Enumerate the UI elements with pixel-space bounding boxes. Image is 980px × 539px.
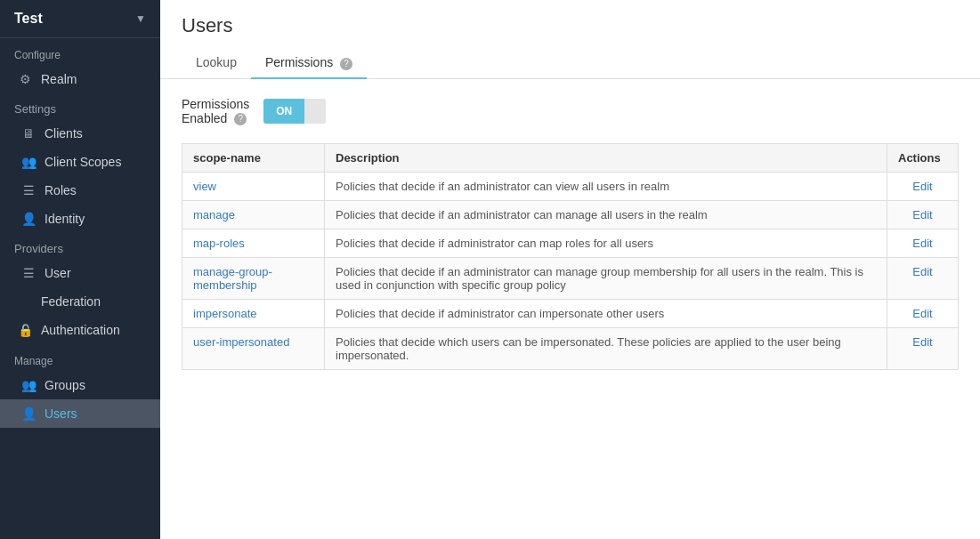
- table-row: managePolicies that decide if an adminis…: [182, 201, 959, 229]
- settings-group-label: Settings: [0, 93, 160, 119]
- main-content: Users Lookup Permissions ? PermissionsEn…: [160, 0, 980, 539]
- action-cell: Edit: [887, 258, 959, 300]
- sidebar-item-label: Realm: [41, 72, 77, 86]
- sidebar-item-label: Identity: [45, 212, 85, 226]
- sidebar-item-label: Clients: [45, 126, 83, 141]
- table-row: viewPolicies that decide if an administr…: [182, 173, 959, 201]
- groups-icon: 👥: [21, 378, 36, 392]
- sidebar-item-label: Roles: [45, 183, 77, 197]
- tab-permissions[interactable]: Permissions ?: [251, 48, 367, 79]
- scope-link[interactable]: impersonate: [193, 307, 257, 320]
- realm-icon: ⚙: [18, 72, 32, 86]
- col-actions: Actions: [887, 144, 959, 173]
- action-cell: Edit: [887, 173, 959, 201]
- col-scope-name: scope-name: [182, 144, 325, 173]
- scope-link[interactable]: manage-group-membership: [193, 265, 272, 292]
- edit-button[interactable]: Edit: [912, 208, 932, 221]
- sidebar-item-label: Users: [45, 406, 77, 421]
- scope-link[interactable]: view: [193, 180, 216, 193]
- sidebar-item-users[interactable]: 👤 Users: [0, 399, 160, 428]
- user-prov-icon: ☰: [21, 266, 36, 280]
- description-cell: Policies that decide if an administrator…: [325, 173, 887, 201]
- tab-lookup[interactable]: Lookup: [182, 48, 251, 79]
- description-cell: Policies that decide if an administrator…: [325, 201, 887, 229]
- table-row: impersonatePolicies that decide if admin…: [182, 300, 959, 328]
- sidebar-item-label: User: [45, 266, 71, 280]
- edit-button[interactable]: Edit: [912, 237, 932, 250]
- description-cell: Policies that decide if an administrator…: [325, 258, 887, 300]
- action-cell: Edit: [887, 328, 959, 370]
- sidebar-item-label: Groups: [45, 378, 85, 392]
- scope-cell: manage-group-membership: [182, 258, 325, 300]
- permissions-tab-help-icon[interactable]: ?: [340, 58, 352, 70]
- edit-button[interactable]: Edit: [912, 335, 932, 349]
- permissions-table: scope-name Description Actions viewPolic…: [182, 143, 959, 370]
- action-cell: Edit: [887, 300, 959, 328]
- toggle-on-label: ON: [263, 99, 304, 124]
- sidebar-item-label: Authentication: [41, 323, 120, 337]
- sidebar-item-clients[interactable]: 🖥 Clients: [0, 119, 160, 148]
- edit-button[interactable]: Edit: [912, 307, 932, 320]
- description-cell: Policies that decide which users can be …: [325, 328, 887, 370]
- action-cell: Edit: [887, 201, 959, 229]
- app-header[interactable]: Test ▼: [0, 0, 160, 38]
- sidebar-item-federation[interactable]: Federation: [0, 287, 160, 316]
- sidebar-item-client-scopes[interactable]: 👥 Client Scopes: [0, 148, 160, 176]
- sidebar: Test ▼ Configure ⚙ Realm Settings 🖥 Clie…: [0, 0, 160, 539]
- users-icon: 👤: [21, 406, 36, 421]
- chevron-down-icon: ▼: [135, 12, 146, 25]
- permissions-enabled-help-icon[interactable]: ?: [234, 113, 247, 125]
- configure-section-label: Configure: [0, 38, 160, 65]
- identity-icon: 👤: [21, 212, 36, 226]
- sidebar-item-realm[interactable]: ⚙ Realm: [0, 65, 160, 93]
- app-name: Test: [14, 11, 43, 27]
- scope-cell: manage: [182, 201, 325, 229]
- clients-icon: 🖥: [21, 126, 36, 141]
- table-row: manage-group-membershipPolicies that dec…: [182, 258, 959, 300]
- permissions-enabled-toggle[interactable]: ON: [263, 99, 326, 124]
- auth-icon: 🔒: [18, 323, 32, 337]
- tab-bar: Lookup Permissions ?: [160, 48, 980, 79]
- scope-cell: map-roles: [182, 229, 325, 258]
- permissions-enabled-row: PermissionsEnabled ? ON: [182, 97, 959, 125]
- table-row: user-impersonatedPolicies that decide wh…: [182, 328, 959, 370]
- page-title: Users: [182, 14, 959, 37]
- description-cell: Policies that decide if administrator ca…: [325, 300, 887, 328]
- sidebar-item-groups[interactable]: 👥 Groups: [0, 371, 160, 399]
- sidebar-item-label: Federation: [41, 294, 101, 309]
- edit-button[interactable]: Edit: [912, 180, 932, 193]
- scope-cell: user-impersonated: [182, 328, 325, 370]
- action-cell: Edit: [887, 229, 959, 258]
- content-area: PermissionsEnabled ? ON scope-name Descr…: [160, 79, 980, 539]
- table-row: map-rolesPolicies that decide if adminis…: [182, 229, 959, 258]
- scope-cell: view: [182, 173, 325, 201]
- sidebar-item-user[interactable]: ☰ User: [0, 259, 160, 287]
- toggle-off-area: [304, 99, 326, 124]
- roles-icon: ☰: [21, 183, 36, 197]
- sidebar-item-roles[interactable]: ☰ Roles: [0, 176, 160, 205]
- col-description: Description: [325, 144, 887, 173]
- client-scopes-icon: 👥: [21, 155, 36, 169]
- permissions-enabled-label: PermissionsEnabled ?: [182, 97, 249, 125]
- page-header: Users: [160, 0, 980, 48]
- edit-button[interactable]: Edit: [912, 265, 932, 278]
- sidebar-item-identity[interactable]: 👤 Identity: [0, 205, 160, 233]
- providers-group-label: Providers: [0, 233, 160, 259]
- sidebar-item-label: Client Scopes: [45, 155, 121, 169]
- description-cell: Policies that decide if administrator ca…: [325, 229, 887, 258]
- scope-link[interactable]: map-roles: [193, 237, 245, 250]
- manage-section-label: Manage: [0, 344, 160, 371]
- scope-link[interactable]: manage: [193, 208, 235, 221]
- scope-cell: impersonate: [182, 300, 325, 328]
- scope-link[interactable]: user-impersonated: [193, 335, 289, 349]
- sidebar-item-authentication[interactable]: 🔒 Authentication: [0, 316, 160, 344]
